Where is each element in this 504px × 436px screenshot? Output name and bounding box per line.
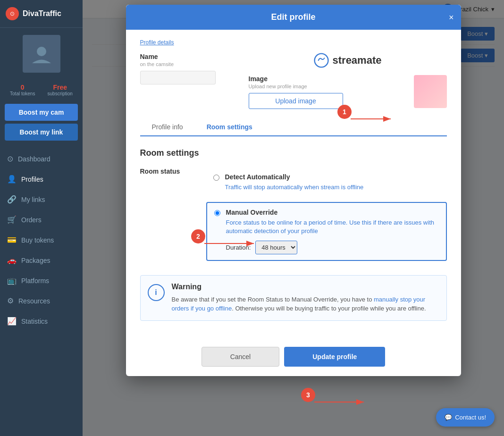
sidebar-item-label: My links [21, 196, 45, 203]
app-logo: ⊙ [6, 7, 19, 20]
token-label: Total tokens [10, 91, 35, 96]
duration-row: Duration: 1 hour 2 hours 6 hours 12 hour… [226, 241, 439, 254]
sidebar-item-label: Profiles [21, 176, 43, 183]
manual-override-content: Manual Override Force status to be onlin… [226, 209, 439, 254]
name-field-sublabel: on the camsite [140, 61, 235, 67]
warning-text: Be aware that if you set the Room Status… [172, 295, 439, 313]
modal-footer: Cancel Update profile [126, 340, 461, 376]
tab-profile-info[interactable]: Profile info [140, 118, 195, 135]
sidebar-item-my-links[interactable]: 🔗 My links [0, 189, 83, 210]
sidebar-item-label: Dashboard [18, 155, 50, 163]
room-status-label: Room status [140, 168, 197, 175]
detect-auto-title: Detect Automatically [225, 173, 440, 181]
sidebar-item-label: Packages [21, 257, 50, 264]
modal-overlay: 1 2 3 [83, 0, 504, 436]
name-field-label: Name [140, 53, 235, 60]
image-field-label: Image [249, 75, 407, 83]
contact-us-button[interactable]: 💬 Contact us! [436, 408, 495, 427]
profiles-icon: 👤 [7, 175, 17, 184]
sidebar-item-platforms[interactable]: 📺 Platforms [0, 270, 83, 291]
sidebar-nav: ⊙ Dashboard 👤 Profiles 🔗 My links 🛒 Orde… [0, 146, 83, 436]
contact-label: Contact us! [455, 414, 486, 421]
sidebar-header: ⊙ DivaTraffic [0, 0, 83, 28]
profile-thumbnail [414, 75, 447, 108]
main-content: ● Brazil Chick ▾ Reset Actions Boost ▾ B… [83, 0, 504, 436]
room-settings-title: Room settings [140, 148, 447, 158]
room-status-section: Room status Detect Automatically Traffic… [140, 168, 447, 266]
manual-override-desc: Force status to be online for a period o… [226, 218, 439, 235]
step-3-indicator: 3 [301, 388, 315, 402]
modal-body: Profile details Name on the camsite [126, 30, 461, 340]
token-count: 0 [10, 84, 35, 91]
edit-profile-modal: Edit profile × Profile details Name on t… [126, 5, 461, 376]
image-row: Image Upload new profile image Upload im… [249, 75, 447, 109]
detect-auto-option[interactable]: Detect Automatically Traffic will stop a… [206, 168, 447, 197]
statistics-icon: 📈 [7, 317, 17, 326]
modal-header: Edit profile × [126, 5, 461, 30]
profile-top: Name on the camsite streamat [140, 53, 447, 109]
modal-title: Edit profile [271, 12, 316, 22]
room-options: Detect Automatically Traffic will stop a… [206, 168, 447, 266]
manual-override-title: Manual Override [226, 209, 439, 216]
svg-point-0 [37, 47, 46, 56]
svg-point-7 [314, 54, 328, 67]
resources-icon: ⚙ [7, 296, 14, 305]
platforms-icon: 📺 [7, 276, 17, 285]
sidebar-item-profiles[interactable]: 👤 Profiles [0, 169, 83, 189]
user-avatar [23, 35, 60, 73]
cancel-button[interactable]: Cancel [202, 347, 280, 367]
sidebar-item-dashboard[interactable]: ⊙ Dashboard [0, 149, 83, 169]
profile-details-label: Profile details [140, 39, 447, 46]
upload-image-button[interactable]: Upload image [249, 93, 343, 109]
info-icon: i [148, 284, 165, 301]
manual-override-radio[interactable] [214, 210, 220, 216]
dashboard-icon: ⊙ [7, 154, 13, 163]
manual-override-option[interactable]: Manual Override Force status to be onlin… [206, 202, 447, 260]
sidebar-item-orders[interactable]: 🛒 Orders [0, 210, 83, 230]
sidebar-item-label: Resources [18, 297, 50, 305]
sidebar-item-resources[interactable]: ⚙ Resources [0, 291, 83, 311]
name-section: Name on the camsite [140, 53, 235, 109]
detect-auto-content: Detect Automatically Traffic will stop a… [225, 173, 440, 192]
name-input[interactable] [140, 71, 216, 84]
detect-auto-desc: Traffic will stop automatically when str… [225, 183, 440, 192]
step-2-indicator: 2 [191, 229, 205, 243]
detect-auto-radio[interactable] [213, 175, 219, 181]
boost-cam-button[interactable]: Boost my cam [5, 104, 78, 121]
step-1-indicator: 1 [337, 105, 352, 119]
streamate-logo: streamate [249, 53, 447, 68]
token-info: 0 Total tokens Free subscription [0, 80, 83, 100]
sidebar-item-buy-tokens[interactable]: 💳 Buy tokens [0, 230, 83, 250]
sidebar-item-statistics[interactable]: 📈 Statistics [0, 311, 83, 331]
room-settings-section: Room settings Room status Detect Au [140, 148, 447, 321]
image-sublabel: Upload new profile image [249, 84, 407, 89]
subscription-label: subscription [48, 91, 73, 96]
sidebar: ⊙ DivaTraffic 0 Total tokens Free subscr… [0, 0, 83, 436]
tab-room-settings[interactable]: Room settings [195, 118, 264, 136]
app-title: DivaTraffic [23, 9, 61, 18]
sidebar-item-label: Statistics [21, 318, 48, 325]
chat-icon: 💬 [445, 414, 452, 421]
sidebar-item-packages[interactable]: 🚗 Packages [0, 250, 83, 270]
links-icon: 🔗 [7, 195, 17, 204]
update-profile-button[interactable]: Update profile [284, 347, 385, 367]
platform-name: streamate [333, 54, 382, 67]
duration-label: Duration: [226, 244, 251, 251]
packages-icon: 🚗 [7, 256, 17, 265]
sidebar-item-label: Orders [21, 216, 42, 224]
sidebar-item-label: Buy tokens [21, 236, 54, 244]
boost-link-button[interactable]: Boost my link [5, 124, 78, 141]
warning-title: Warning [172, 283, 439, 291]
image-upload-section: Image Upload new profile image Upload im… [249, 75, 407, 109]
duration-select[interactable]: 1 hour 2 hours 6 hours 12 hours 24 hours… [255, 241, 297, 254]
warning-box: i Warning Be aware that if you set the R… [140, 275, 447, 321]
sidebar-item-label: Platforms [21, 277, 49, 285]
warning-highlight: manually stop your orders if you go offl… [172, 296, 426, 312]
warning-content: Warning Be aware that if you set the Roo… [172, 283, 439, 313]
orders-icon: 🛒 [7, 215, 17, 224]
subscription-badge: Free [48, 84, 73, 91]
buy-tokens-icon: 💳 [7, 235, 17, 244]
modal-close-button[interactable]: × [449, 12, 454, 22]
image-section: streamate Image Upload new profile image… [249, 53, 447, 109]
modal-tabs: Profile info Room settings [140, 118, 447, 136]
